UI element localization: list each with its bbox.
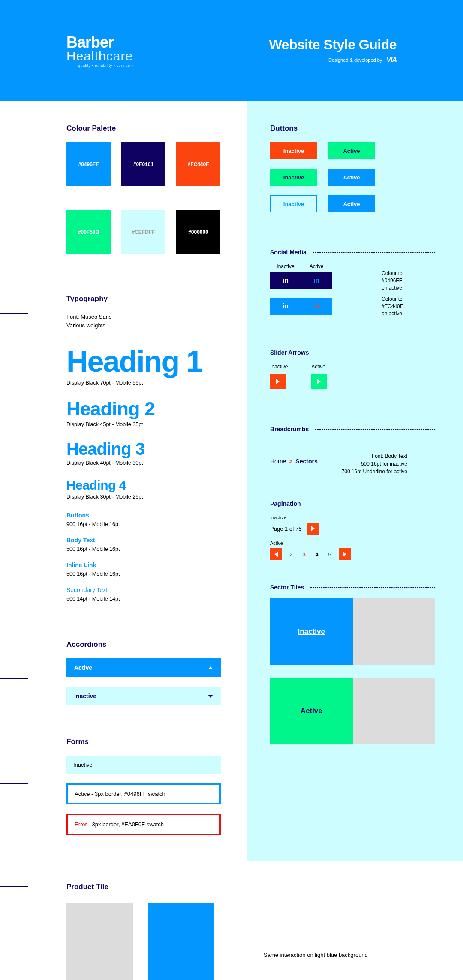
swatch-black: #000000 [176, 210, 220, 254]
swatch-lightblue: #CEFDFF [121, 210, 165, 254]
linkedin-icon-inactive[interactable]: in [270, 272, 301, 289]
link-spec: 500 16pt - Mobile 16pt [66, 571, 221, 577]
form-inactive[interactable]: Inactive [66, 756, 221, 774]
body-spec: 500 16pt - Mobile 16pt [66, 546, 221, 552]
form-error[interactable]: Error - 3px border, #EA0F0F swatch [66, 814, 221, 835]
linkedin-icon-active-2[interactable]: in [301, 298, 332, 315]
sector-row-active: Active [270, 678, 435, 744]
pagination-active: 2 3 4 5 [270, 548, 435, 560]
sector-row-inactive: Inactive [270, 598, 435, 665]
section-title-product: Product Tile [66, 883, 437, 891]
accordion-active[interactable]: Active [66, 658, 221, 677]
product-tile-hover[interactable]: Blue overlay on hover Brand [148, 903, 214, 980]
pagination-inactive-label: Inactive [270, 515, 435, 520]
pagination-next[interactable] [307, 523, 319, 535]
divider [316, 353, 435, 353]
button-row-2: Inactive Active [270, 169, 435, 186]
section-title-sector: Sector Tiles [270, 584, 435, 591]
secondary-spec: 500 14pt - Mobile 14pt [66, 596, 221, 602]
breadcrumb-separator: > [289, 458, 292, 465]
section-title-pagination: Pagination [270, 500, 435, 507]
social-note-2: Colour to #FC440F on active [382, 296, 403, 317]
heading-1-sample: Heading 1 [66, 344, 221, 379]
page-title-block: Website Style Guide Designed & developed… [269, 37, 397, 64]
linkedin-icon-active[interactable]: in [301, 272, 332, 289]
product-note: Same interaction on light blue backgroun… [264, 952, 368, 958]
logo-bottom: Healthcare [66, 49, 133, 63]
pagination-active-label: Active [270, 541, 435, 546]
breadcrumb-current[interactable]: Sectors [295, 458, 317, 465]
heading-4-meta: Display Black 30pt - Mobile 25pt [66, 494, 221, 500]
pagination-prev[interactable] [270, 548, 282, 560]
form-active[interactable]: Active - 3px border, #0496FF swatch [66, 783, 221, 804]
page-2[interactable]: 2 [287, 551, 295, 558]
swatch-green: #00F58B [66, 210, 111, 254]
slider-arrow-active[interactable] [311, 374, 327, 389]
accordion-inactive[interactable]: Inactive [66, 687, 221, 705]
breadcrumb-note: Font: Body Text 500 16pt for inactive 70… [342, 452, 407, 475]
button-row-3: Inactive Active [270, 195, 435, 212]
product-image-hover [148, 903, 214, 980]
heading-3-sample: Heading 3 [66, 439, 221, 459]
divider [310, 587, 435, 588]
pagination-next-2[interactable] [339, 548, 351, 560]
slider-active-label: Active [311, 364, 327, 370]
divider [0, 886, 28, 887]
swatch-blue: #0496FF [66, 142, 111, 186]
heading-4-sample: Heading 4 [66, 478, 221, 493]
product-section: Product Tile Product Name Brand Blue ove… [0, 861, 463, 980]
breadcrumb-home[interactable]: Home [270, 458, 286, 465]
agency-logo: VIA [386, 56, 397, 64]
button-inactive-green[interactable]: Inactive [270, 169, 317, 186]
secondary-label: Secondary Text [66, 586, 221, 593]
section-title-slider: Slider Arrows [270, 349, 435, 356]
body-label: Body Text [66, 537, 221, 544]
product-tile-default[interactable]: Product Name Brand [66, 903, 133, 980]
divider [315, 429, 435, 430]
button-inactive-outline[interactable]: Inactive [270, 195, 317, 212]
logo-tagline: quality • reliability • service • [66, 63, 133, 68]
sector-tile-inactive[interactable]: Inactive [270, 598, 353, 665]
social-state-labels: Inactive Active [270, 263, 435, 269]
section-title-breadcrumbs: Breadcrumbs [270, 426, 435, 433]
caret-down-icon [208, 695, 213, 698]
page-title: Website Style Guide [269, 37, 397, 53]
link-label: Inline Link [66, 562, 221, 568]
page-4[interactable]: 4 [313, 551, 321, 558]
pagination-inactive: Page 1 of 75 [270, 523, 435, 535]
heading-1-meta: Display Black 70pt - Mobile 55pt [66, 380, 221, 386]
section-title-social: Social Media [270, 249, 435, 256]
divider [313, 252, 435, 253]
social-note-1: Colour to #0496FF on active [382, 270, 403, 291]
left-column: Colour Palette #0496FF #0F0161 #FC440F #… [0, 101, 247, 861]
button-active-blue[interactable]: Active [328, 169, 375, 186]
section-title-buttons: Buttons [270, 124, 435, 133]
heading-3-meta: Display Black 40pt - Mobile 30pt [66, 460, 221, 466]
page-subtitle: Designed & developed by VIA [269, 56, 397, 64]
heading-2-meta: Display Black 45pt - Mobile 35pt [66, 421, 221, 427]
arrow-right-icon [276, 379, 280, 384]
caret-up-icon [208, 666, 213, 669]
button-inactive-orange[interactable]: Inactive [270, 142, 317, 159]
divider [307, 504, 435, 504]
sector-tile-active[interactable]: Active [270, 678, 353, 744]
swatch-row-1: #0496FF #0F0161 #FC440F [66, 142, 221, 186]
main-content: Colour Palette #0496FF #0F0161 #FC440F #… [0, 101, 463, 861]
button-active-green[interactable]: Active [328, 142, 375, 159]
breadcrumb: Home > Sectors [270, 458, 318, 465]
right-column: Buttons Inactive Active Inactive Active … [247, 101, 463, 861]
arrow-right-icon [343, 552, 346, 557]
product-image-placeholder [66, 903, 133, 980]
slider-arrow-inactive[interactable] [270, 374, 286, 389]
header: Barber Healthcare quality • reliability … [0, 0, 463, 101]
button-active-blue-2[interactable]: Active [328, 195, 375, 212]
sector-tile-placeholder [353, 678, 436, 744]
page-3[interactable]: 3 [300, 551, 308, 558]
swatch-orange: #FC440F [176, 142, 220, 186]
linkedin-icon-inactive-2[interactable]: in [270, 298, 301, 315]
page-5[interactable]: 5 [326, 551, 334, 558]
sector-tile-placeholder [353, 598, 436, 665]
buttons-spec: 900 16pt - Mobile 16pt [66, 521, 221, 527]
swatch-row-2: #00F58B #CEFDFF #000000 [66, 210, 221, 254]
logo: Barber Healthcare quality • reliability … [66, 33, 133, 68]
